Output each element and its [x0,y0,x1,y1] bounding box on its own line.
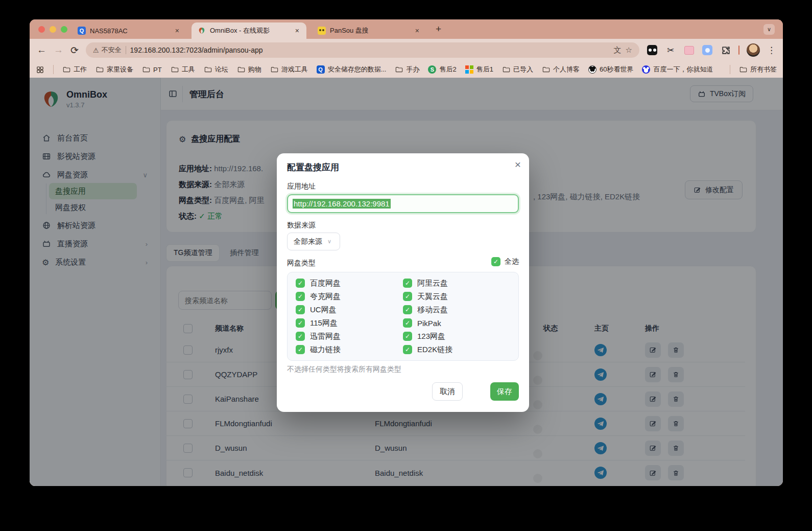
bookmark-folder[interactable]: 手办 [395,65,419,74]
bookmark-qnap[interactable]: Q 安全储存您的数据... [317,65,387,74]
modal-title: 配置盘搜应用 [287,161,339,173]
checkbox-checked[interactable]: ✓ [296,332,305,341]
divider [53,65,54,74]
window-close-button[interactable] [38,26,45,33]
bookmark-folder[interactable]: 个人博客 [542,65,580,74]
bookmark-panda[interactable]: 60秒看世界 [588,65,633,74]
url-text[interactable]: 192.168.200.132:7023/admin/pansou-app [130,46,610,54]
browser-tab-omnibox[interactable]: OmniBox - 在线观影 × [192,22,306,39]
drive-type-option[interactable]: ✓UC网盘 [296,305,403,315]
close-icon[interactable]: × [515,158,521,171]
new-tab-button[interactable]: + [436,24,441,35]
drive-type-option[interactable]: ✓115网盘 [296,318,403,328]
drive-type-option[interactable]: ✓夸克网盘 [296,292,403,302]
app-address-input[interactable]: http://192.168.200.132:9981 [287,194,519,213]
bookmarks-bar: 工作 家里设备 PT 工具 论坛 购物 游戏工具 Q 安全储存您的数据... 手… [30,61,783,78]
checkbox-checked[interactable]: ✓ [403,332,412,341]
drive-type-label: ED2K链接 [417,345,452,355]
checkbox-checked[interactable]: ✓ [296,318,305,328]
save-button[interactable]: 保存 [490,382,519,401]
drive-type-option[interactable]: ✓磁力链接 [296,345,403,355]
browser-window: Q NAS5878AC × OmniBox - 在线观影 × PanSou 盘搜… [30,19,783,486]
browser-tab-nas[interactable]: Q NAS5878AC × [71,22,186,39]
bookmark-folder[interactable]: 论坛 [204,65,228,74]
checkbox-checked[interactable]: ✓ [403,279,412,288]
bookmark-folder[interactable]: 购物 [237,65,261,74]
bookmark-folder[interactable]: 游戏工具 [270,65,308,74]
drive-type-option[interactable]: ✓天翼云盘 [403,292,510,302]
extension-camera-icon[interactable] [702,44,713,56]
tab-close-icon[interactable]: × [174,27,180,35]
security-label: 不安全 [102,45,122,55]
profile-avatar[interactable] [747,43,760,57]
drive-types-panel: ✓百度网盘 ✓阿里云盘 ✓夸克网盘 ✓天翼云盘 ✓UC网盘 ✓移动云盘 ✓115… [287,272,519,361]
drive-type-label: 百度网盘 [310,279,341,288]
browser-menu-icon[interactable]: ⋮ [767,45,776,56]
drive-type-label: PikPak [417,319,441,328]
select-all-control[interactable]: ✓ 全选 [491,257,519,266]
bookmark-folder[interactable]: 家里设备 [95,65,133,74]
window-zoom-button[interactable] [61,26,67,33]
bookmark-star-icon[interactable]: ☆ [626,45,632,55]
bookmark-label: 个人博客 [553,65,580,74]
app-address-label: 应用地址 [287,182,316,191]
bookmark-folder[interactable]: 已导入 [502,65,533,74]
extensions-puzzle-icon[interactable] [720,44,731,56]
tab-search-chevron-button[interactable]: ∨ [763,24,775,35]
window-minimize-button[interactable] [50,26,56,33]
bookmark-shopify[interactable]: S 售后2 [428,65,456,74]
omnibox-favicon [198,27,206,35]
extension-scissors-icon[interactable]: ✂ [665,44,676,56]
drive-type-option[interactable]: ✓移动云盘 [403,305,510,315]
extension-eyes-icon[interactable] [647,44,658,56]
web-page: OmniBox v1.3.7 前台首页 影视站资源 网盘资源 ∨ 盘搜应用 网盘… [30,78,783,486]
divider [126,46,126,54]
drive-type-option[interactable]: ✓123网盘 [403,332,510,341]
apps-grid-icon[interactable] [36,65,44,74]
checkbox-checked[interactable]: ✓ [296,292,305,301]
data-source-select[interactable]: 全部来源 ∨ [287,233,340,250]
security-chip[interactable]: ⚠ 不安全 [93,45,122,55]
translate-icon[interactable]: 文 [614,45,622,55]
checkbox-checked[interactable]: ✓ [403,345,412,354]
drive-type-label: 移动云盘 [417,305,448,315]
select-all-label: 全选 [505,257,519,266]
forward-icon[interactable]: → [54,44,63,56]
tab-close-icon[interactable]: × [414,27,420,35]
bookmark-baidu[interactable]: 百度一下，你就知道 [642,65,713,74]
bookmark-folder[interactable]: 工具 [171,65,195,74]
drive-type-option[interactable]: ✓百度网盘 [296,279,403,288]
cancel-button[interactable]: 取消 [432,382,463,401]
checkbox-checked[interactable]: ✓ [296,345,305,354]
drive-type-option[interactable]: ✓ED2K链接 [403,345,510,355]
tab-title: PanSou 盘搜 [330,26,410,35]
drive-type-label: 天翼云盘 [417,292,448,302]
bookmark-label: 百度一下，你就知道 [653,65,713,74]
bookmark-all-bookmarks[interactable]: 所有书签 [739,65,777,74]
drive-type-option[interactable]: ✓阿里云盘 [403,279,510,288]
selected-text: http://192.168.200.132:9981 [293,199,391,209]
reload-icon[interactable]: ⟳ [70,44,79,56]
tab-close-icon[interactable]: × [294,27,300,35]
checkbox-checked[interactable]: ✓ [403,305,412,314]
bookmark-folder[interactable]: PT [142,65,162,74]
select-all-checkbox[interactable]: ✓ [491,257,500,266]
extension-tv-icon[interactable] [683,44,695,56]
drive-type-label: 阿里云盘 [417,279,448,288]
browser-tab-pansou[interactable]: PanSou 盘搜 × [312,22,426,39]
bookmark-microsoft[interactable]: 售后1 [465,65,493,74]
checkbox-checked[interactable]: ✓ [403,292,412,301]
checkbox-checked[interactable]: ✓ [296,305,305,314]
bookmark-label: 安全储存您的数据... [328,65,387,74]
drive-type-label: 115网盘 [310,318,338,328]
address-bar[interactable]: ⚠ 不安全 192.168.200.132:7023/admin/pansou-… [86,42,639,58]
drive-type-label: 磁力链接 [310,345,341,355]
bookmark-folder[interactable]: 工作 [62,65,87,74]
browser-toolbar: ← → ⟳ ⚠ 不安全 192.168.200.132:7023/admin/p… [30,39,783,61]
drive-type-option[interactable]: ✓迅雷网盘 [296,332,403,341]
checkbox-checked[interactable]: ✓ [296,279,305,288]
tab-title: NAS5878AC [90,27,170,35]
checkbox-checked[interactable]: ✓ [403,318,412,328]
back-icon[interactable]: ← [37,44,46,56]
drive-type-option[interactable]: ✓PikPak [403,318,510,328]
